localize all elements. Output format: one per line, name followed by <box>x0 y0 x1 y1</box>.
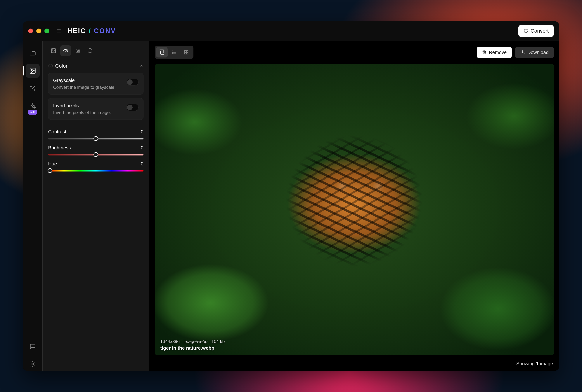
svg-rect-16 <box>184 52 186 54</box>
convert-button-label: Convert <box>530 28 549 34</box>
view-list-button[interactable] <box>168 47 180 58</box>
contrast-label: Contrast <box>48 129 66 135</box>
app-body: ✦AI <box>23 41 559 371</box>
hue-slider[interactable] <box>48 170 143 172</box>
brightness-value: 0 <box>141 145 143 151</box>
grid-icon <box>183 50 189 55</box>
main-toolbar: Remove Download <box>149 41 559 64</box>
image-meta: 1344x896 - image/webp - 104 kb <box>160 339 225 344</box>
view-single-button[interactable] <box>156 47 168 58</box>
download-icon <box>520 50 525 55</box>
hue-thumb[interactable] <box>48 168 52 173</box>
hamburger-icon <box>56 28 61 34</box>
overlap-circles-icon <box>48 64 53 68</box>
contrast-row: Contrast 0 <box>48 129 143 140</box>
rail-item-image[interactable] <box>26 64 40 78</box>
overlap-circles-icon <box>63 48 68 54</box>
rail-item-files[interactable] <box>26 46 40 60</box>
svg-point-1 <box>31 69 32 70</box>
svg-point-7 <box>77 50 79 52</box>
list-icon <box>171 50 177 55</box>
contrast-thumb[interactable] <box>94 136 98 141</box>
convert-button[interactable]: Convert <box>518 25 554 37</box>
image-small-icon <box>51 48 56 54</box>
view-grid-button[interactable] <box>181 47 192 58</box>
status-text: Showing 1 image <box>516 361 553 366</box>
preview-image-foliage <box>155 64 554 355</box>
image-stack-icon <box>159 50 165 55</box>
svg-point-2 <box>32 363 34 365</box>
tab-rotate[interactable] <box>85 45 95 56</box>
grayscale-toggle[interactable] <box>126 79 138 86</box>
rail-item-feedback[interactable] <box>26 339 40 353</box>
app-logo: HEIC / CONV <box>67 27 116 35</box>
image-icon <box>29 67 36 74</box>
app-window: HEIC / CONV Convert ✦AI <box>23 21 559 371</box>
titlebar: HEIC / CONV Convert <box>23 21 559 41</box>
image-canvas[interactable]: 1344x896 - image/webp - 104 kb tiger in … <box>155 64 554 355</box>
menu-button[interactable] <box>55 27 63 35</box>
tab-camera[interactable] <box>73 45 83 56</box>
tab-adjust[interactable] <box>48 45 59 56</box>
logo-part-a: HEIC <box>67 27 86 35</box>
folder-icon <box>29 50 36 56</box>
invert-desc: Invert the pixels of the image. <box>53 110 123 115</box>
brightness-slider[interactable] <box>48 154 143 156</box>
svg-rect-15 <box>186 50 188 52</box>
svg-point-13 <box>172 54 173 54</box>
image-filename: tiger in the nature.webp <box>160 345 225 351</box>
edit-panel: Color Grayscale Convert the image to gra… <box>43 41 149 371</box>
main-area: Remove Download 1344x896 - image/webp - … <box>149 41 559 371</box>
camera-icon <box>75 48 81 54</box>
gear-icon <box>29 360 36 368</box>
chat-icon <box>29 343 36 350</box>
svg-rect-14 <box>184 50 186 52</box>
refresh-icon <box>523 28 528 33</box>
image-dimensions: 1344x896 <box>160 339 180 344</box>
contrast-value: 0 <box>141 129 143 135</box>
hue-value: 0 <box>141 161 143 167</box>
status-count: 1 <box>536 361 538 366</box>
grayscale-title: Grayscale <box>53 78 123 83</box>
rail-item-export[interactable] <box>26 82 40 96</box>
color-section-title: Color <box>55 63 68 69</box>
rotate-icon <box>87 48 93 54</box>
minimize-window-button[interactable] <box>36 28 41 33</box>
brightness-label: Brightness <box>48 145 71 151</box>
grayscale-desc: Convert the image to grayscale. <box>53 85 123 90</box>
download-button[interactable]: Download <box>515 46 554 58</box>
tab-color[interactable] <box>60 45 71 56</box>
svg-point-12 <box>172 52 173 53</box>
rail-item-settings[interactable] <box>26 357 40 371</box>
external-link-icon <box>29 85 36 92</box>
svg-point-4 <box>52 50 53 50</box>
color-section-header[interactable]: Color <box>48 61 143 73</box>
image-mime: image/webp <box>184 339 207 344</box>
remove-button-label: Remove <box>489 50 507 55</box>
sparkle-icon <box>29 102 36 110</box>
remove-button[interactable]: Remove <box>477 46 512 58</box>
window-controls <box>28 28 49 33</box>
contrast-slider[interactable] <box>48 138 143 140</box>
logo-separator: / <box>89 27 91 35</box>
view-mode-group <box>155 46 193 59</box>
invert-title: Invert pixels <box>53 103 123 108</box>
svg-rect-17 <box>186 52 188 54</box>
panel-divider <box>48 178 143 178</box>
ai-badge: ✦AI <box>28 110 37 114</box>
invert-card: Invert pixels Invert the pixels of the i… <box>48 98 143 120</box>
grayscale-card: Grayscale Convert the image to grayscale… <box>48 73 143 94</box>
edit-tool-tabs <box>48 45 143 56</box>
maximize-window-button[interactable] <box>45 28 49 33</box>
rail-item-ai[interactable]: ✦AI <box>26 99 40 113</box>
brightness-thumb[interactable] <box>94 152 98 157</box>
image-caption: 1344x896 - image/webp - 104 kb tiger in … <box>160 339 225 351</box>
close-window-button[interactable] <box>28 28 33 33</box>
logo-part-b: CONV <box>94 27 116 35</box>
svg-point-11 <box>172 51 173 51</box>
image-size: 104 kb <box>211 339 225 344</box>
download-button-label: Download <box>527 50 549 55</box>
chevron-up-icon <box>139 64 143 68</box>
hue-row: Hue 0 <box>48 161 143 172</box>
invert-toggle[interactable] <box>126 104 138 111</box>
